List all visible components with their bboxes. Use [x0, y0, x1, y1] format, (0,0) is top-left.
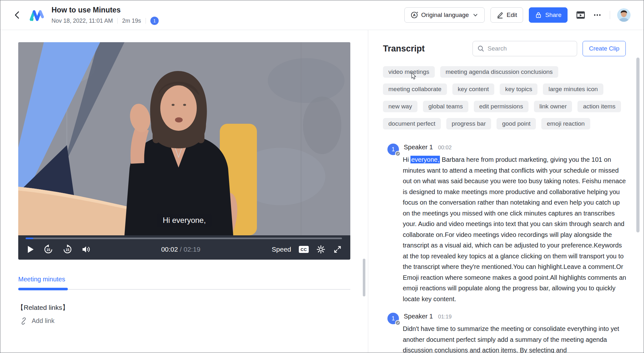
meta-row: Nov 18, 2022, 11:01 AM 2m 19s 1: [52, 17, 159, 25]
speed-button[interactable]: Speed: [272, 246, 291, 253]
keyword-tag[interactable]: meeting collaborate: [383, 83, 447, 95]
tag-row: video meetings meeting agenda discussion…: [383, 66, 626, 78]
transcript-panel: Transcript Create Clip video meetings me…: [369, 30, 644, 353]
speaker-name[interactable]: Speaker 1: [404, 313, 433, 320]
fullscreen-button[interactable]: [333, 245, 342, 254]
chevron-left-icon: [13, 11, 21, 20]
segment-header: Speaker 1 01:19: [404, 313, 626, 322]
time-separator: /: [178, 246, 184, 253]
transcript-segment: 1 Speaker 1 01:19 Didn't have time to su…: [383, 313, 626, 353]
rewind-15-button[interactable]: 15: [43, 244, 53, 255]
more-ellipsis-icon: [593, 11, 602, 20]
tab-track-line: [18, 289, 350, 290]
settings-gear-button[interactable]: [316, 245, 325, 254]
participant-badge[interactable]: 1: [150, 17, 159, 25]
share-button[interactable]: Share: [529, 7, 568, 23]
play-button[interactable]: [27, 245, 34, 254]
minutes-logo-icon: [29, 8, 44, 22]
controls-left: 15 15: [27, 239, 91, 260]
search-icon: [477, 45, 484, 52]
header-actions: A Original language Edit: [404, 7, 631, 23]
related-links-heading: 【Related links】: [17, 303, 69, 312]
avatar-photo: [617, 8, 631, 22]
keyword-tag[interactable]: edit permissions: [474, 101, 529, 112]
page-title: How to use Minutes: [52, 5, 159, 15]
search-box[interactable]: [473, 41, 577, 56]
transcript-scrollbar[interactable]: [636, 58, 640, 232]
keyword-tag[interactable]: large minutes icon: [543, 83, 603, 95]
video-subtitle: Hi everyone,: [157, 214, 212, 227]
tag-row: new way global teams edit permissions li…: [383, 101, 626, 112]
keyword-tag[interactable]: emoji reaction: [541, 118, 590, 129]
user-avatar[interactable]: [617, 8, 631, 22]
segment-header: Speaker 1 00:02: [404, 144, 626, 153]
original-language-label: Original language: [421, 12, 469, 19]
original-language-button[interactable]: A Original language: [404, 7, 485, 23]
edit-button[interactable]: Edit: [490, 7, 523, 23]
volume-button[interactable]: [82, 245, 91, 254]
keyword-tag[interactable]: global teams: [423, 101, 468, 112]
title-block: How to use Minutes Nov 18, 2022, 11:01 A…: [52, 5, 159, 25]
add-link-button[interactable]: Add link: [20, 317, 54, 325]
transcript-segment: 1 Speaker 1 00:02 Hi everyone, Barbara h…: [383, 144, 626, 304]
link-icon: [20, 318, 27, 325]
video-controls-bar: 15 15 00:02 / 02:1: [18, 235, 350, 260]
keyword-tag[interactable]: video meetings: [383, 66, 435, 78]
time-display: 00:02 / 02:19: [161, 239, 201, 260]
app-window: How to use Minutes Nov 18, 2022, 11:01 A…: [0, 0, 644, 353]
keyword-tag[interactable]: progress bar: [446, 118, 491, 129]
keyword-tag[interactable]: key content: [452, 83, 494, 95]
transcript-heading: Transcript: [383, 44, 425, 54]
edit-speaker-icon[interactable]: [395, 151, 401, 156]
keyword-tag[interactable]: good point: [497, 118, 536, 129]
keyword-tag[interactable]: meeting agenda discussion conclusions: [440, 66, 558, 78]
tab-meeting-minutes[interactable]: Meeting minutes: [18, 276, 65, 283]
controls-right: Speed CC: [272, 239, 342, 260]
edit-speaker-icon[interactable]: [395, 320, 401, 326]
forward-seconds-label: 15: [66, 248, 69, 252]
meeting-duration: 2m 19s: [122, 18, 141, 24]
transcript-header: Transcript Create Clip: [383, 41, 626, 56]
keyword-tags: video meetings meeting agenda discussion…: [383, 66, 626, 129]
more-menu-button[interactable]: [592, 10, 603, 20]
keyword-tag[interactable]: action items: [577, 101, 621, 112]
speaker-avatar[interactable]: 1: [387, 144, 399, 155]
rewind-seconds-label: 15: [46, 248, 50, 252]
keyword-tag[interactable]: link owner: [534, 101, 572, 112]
app-header: How to use Minutes Nov 18, 2022, 11:01 A…: [0, 0, 644, 30]
current-time: 00:02: [161, 246, 178, 253]
video-frame[interactable]: Hi everyone,: [18, 42, 350, 235]
pencil-icon: [497, 12, 504, 19]
keyword-tag[interactable]: key topics: [500, 83, 537, 95]
forward-15-button[interactable]: 15: [62, 244, 73, 255]
miniplayer-button[interactable]: [575, 10, 586, 20]
create-clip-button[interactable]: Create Clip: [583, 41, 626, 56]
divider: [610, 11, 610, 19]
back-button[interactable]: [12, 10, 22, 20]
segment-timestamp[interactable]: 00:02: [438, 145, 452, 151]
keyword-tag[interactable]: new way: [383, 101, 417, 112]
speaker-avatar[interactable]: 1: [387, 313, 399, 324]
tab-active-indicator: [18, 288, 68, 290]
divider: [146, 18, 146, 24]
tag-row: meeting collaborate key content key topi…: [383, 83, 626, 95]
divider: [117, 18, 118, 24]
segment-text[interactable]: Hi everyone, Barbara here from product m…: [403, 154, 629, 304]
add-link-label: Add link: [32, 317, 54, 325]
speaker-name[interactable]: Speaker 1: [404, 144, 433, 151]
search-input[interactable]: [488, 45, 572, 52]
highlighted-word[interactable]: everyone,: [410, 156, 440, 163]
miniplayer-icon: [576, 10, 585, 20]
segment-timestamp[interactable]: 01:19: [438, 314, 452, 320]
lock-icon: [535, 12, 542, 19]
edit-label: Edit: [507, 12, 517, 19]
media-panel: Hi everyone, 15: [0, 30, 368, 353]
left-panel-scrollbar[interactable]: [363, 259, 365, 296]
segment-text[interactable]: Didn't have time to summarize the meetin…: [403, 324, 629, 353]
translate-icon: A: [410, 11, 418, 19]
captions-button[interactable]: CC: [299, 246, 309, 253]
share-label: Share: [545, 12, 561, 19]
keyword-tag[interactable]: document perfect: [383, 118, 441, 129]
video-player[interactable]: Hi everyone, 15: [18, 42, 350, 260]
segment-text-part: Barbara here from product marketing, giv…: [403, 156, 626, 302]
